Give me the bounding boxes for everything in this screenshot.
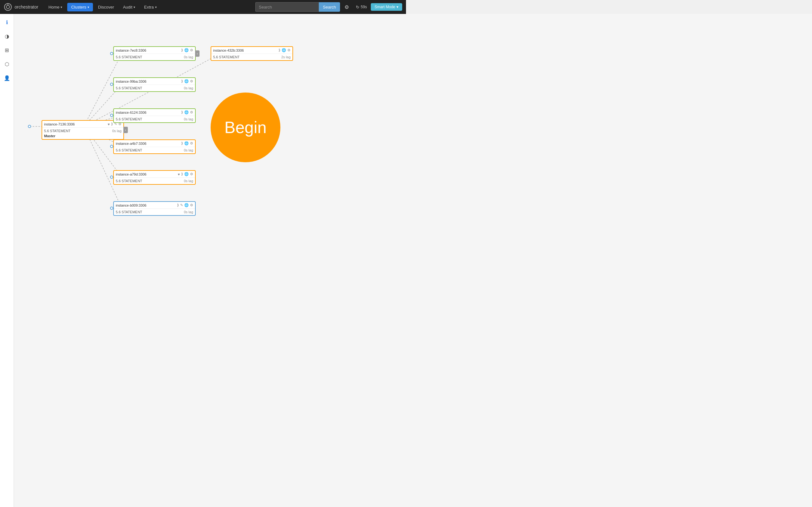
sidebar-user-icon[interactable]: 👤 xyxy=(3,73,11,82)
r432b-version: 5.6 STATEMENT xyxy=(213,55,240,59)
replica-b009-body: 5.6 STATEMENT 0s lag xyxy=(114,209,195,215)
replica-a79d-icons: ♥ ⟫ 🌐 ⚙ xyxy=(177,172,193,176)
r7ec8-collapse-arrow[interactable]: ‹ xyxy=(195,50,200,57)
refresh-time: 59s xyxy=(361,5,367,9)
master-collapse-arrow[interactable]: ‹ xyxy=(123,127,128,133)
begin-label: Begin xyxy=(224,118,267,137)
conn-dot-r7 xyxy=(110,207,113,210)
replica-node-432b: instance-432b:3306 ⟫ 🌐 ⚙ 5.6 STATEMENT 2… xyxy=(211,46,293,61)
ra4b7-skip-icon[interactable]: ⟫ xyxy=(181,141,183,146)
home-caret-icon: ▾ xyxy=(61,5,62,9)
replica-7ec8-body: 5.6 STATEMENT 0s lag xyxy=(114,54,195,60)
r99ba-gear-icon[interactable]: ⚙ xyxy=(190,79,193,83)
replica-99ba-icons: ⟫ 🌐 ⚙ xyxy=(181,79,193,83)
r432b-skip-icon[interactable]: ⟫ xyxy=(278,48,281,52)
nav-audit[interactable]: Audit ▾ xyxy=(119,3,139,11)
ra79d-globe-icon[interactable]: 🌐 xyxy=(184,172,189,176)
replica-7ec8-title: instance-7ec8:3306 xyxy=(116,49,146,52)
replica-node-99ba: instance-99ba:3306 ⟫ 🌐 ⚙ 5.6 STATEMENT 0… xyxy=(113,77,196,92)
svg-point-1 xyxy=(6,5,9,9)
rb009-edit-icon[interactable]: ✎ xyxy=(180,203,183,207)
conn-dot-r4 xyxy=(110,114,113,117)
refresh-icon: ↻ xyxy=(356,5,359,9)
master-node-header: instance-7136:3306 ♥ ⟫ ✎ ⚙ xyxy=(42,121,123,128)
r432b-globe-icon[interactable]: 🌐 xyxy=(282,48,286,52)
replica-6124-body: 5.6 STATEMENT 0s lag xyxy=(114,116,195,122)
rb009-skip-icon[interactable]: ⟫ xyxy=(177,203,179,207)
sidebar-drop-icon[interactable]: ⬡ xyxy=(3,60,11,68)
r99ba-skip-icon[interactable]: ⟫ xyxy=(181,79,183,83)
r7ec8-lag: 0s lag xyxy=(184,55,193,59)
extra-caret-icon: ▾ xyxy=(155,5,157,9)
replica-99ba-body: 5.6 STATEMENT 0s lag xyxy=(114,85,195,91)
replica-node-6124: instance-6124:3306 ⟫ 🌐 ⚙ 5.6 STATEMENT 0… xyxy=(113,108,196,123)
master-skip-icon[interactable]: ⟫ xyxy=(111,122,113,126)
ra79d-skip-icon[interactable]: ⟫ xyxy=(181,172,183,176)
replica-a79d-header: instance-a79d:3306 ♥ ⟫ 🌐 ⚙ xyxy=(114,171,195,178)
refresh-badge: ↻ 59s xyxy=(353,3,369,11)
replica-432b-header: instance-432b:3306 ⟫ 🌐 ⚙ xyxy=(211,47,293,54)
search-button[interactable]: Search xyxy=(319,2,340,12)
replica-node-a4b7: instance-a4b7:3306 ⟫ 🌐 ⚙ 5.6 STATEMENT 0… xyxy=(113,139,196,154)
search-input[interactable] xyxy=(255,2,319,12)
replica-a4b7-title: instance-a4b7:3306 xyxy=(116,142,147,146)
master-lag: 0s lag xyxy=(112,129,121,133)
replica-a4b7-header: instance-a4b7:3306 ⟫ 🌐 ⚙ xyxy=(114,140,195,147)
nav-clusters[interactable]: Clusters ▾ xyxy=(67,3,93,11)
smart-mode-button[interactable]: Smart Mode ▾ xyxy=(371,3,402,11)
replica-b009-header: instance-b009:3306 ⟫ ✎ 🌐 ⚙ xyxy=(114,202,195,209)
ra4b7-version: 5.6 STATEMENT xyxy=(116,148,142,152)
r6124-version: 5.6 STATEMENT xyxy=(116,117,142,121)
replica-6124-header: instance-6124:3306 ⟫ 🌐 ⚙ xyxy=(114,109,195,116)
replica-7ec8-icons: ⟫ 🌐 ⚙ xyxy=(181,48,193,52)
r6124-skip-icon[interactable]: ⟫ xyxy=(181,110,183,114)
nav-extra[interactable]: Extra ▾ xyxy=(140,3,160,11)
master-node-body: 5.6 STATEMENT 0s lag xyxy=(42,128,123,134)
replica-432b-body: 5.6 STATEMENT 2s lag xyxy=(211,54,293,60)
search-container: Search xyxy=(255,2,340,12)
nav-discover[interactable]: Discover xyxy=(94,3,118,11)
r99ba-globe-icon[interactable]: 🌐 xyxy=(184,79,189,83)
sidebar-grid-icon[interactable]: ⊞ xyxy=(3,46,11,55)
conn-dot-r5 xyxy=(110,145,113,148)
smart-mode-caret-icon: ▾ xyxy=(397,5,398,9)
ra79d-lag: 0s lag xyxy=(184,179,193,183)
r7ec8-version: 5.6 STATEMENT xyxy=(116,55,142,59)
navbar: orchestrator Home ▾ Clusters ▾ Discover … xyxy=(0,0,406,14)
brand-name: orchestrator xyxy=(14,4,38,9)
audit-caret-icon: ▾ xyxy=(134,5,135,9)
sidebar-contrast-icon[interactable]: ◑ xyxy=(3,32,11,41)
rb009-version: 5.6 STATEMENT xyxy=(116,210,142,214)
r6124-globe-icon[interactable]: 🌐 xyxy=(184,110,189,114)
r7ec8-gear-icon[interactable]: ⚙ xyxy=(190,48,193,52)
master-role-label: Master xyxy=(42,134,123,139)
settings-icon[interactable]: ⚙ xyxy=(341,2,352,12)
r6124-gear-icon[interactable]: ⚙ xyxy=(190,110,193,114)
ra4b7-gear-icon[interactable]: ⚙ xyxy=(190,141,193,146)
topology-canvas: instance-7136:3306 ♥ ⟫ ✎ ⚙ 5.6 STATEMENT… xyxy=(14,14,406,253)
r6124-lag: 0s lag xyxy=(184,117,193,121)
r7ec8-skip-icon[interactable]: ⟫ xyxy=(181,48,183,52)
replica-432b-title: instance-432b:3306 xyxy=(213,49,244,52)
master-node-title: instance-7136:3306 xyxy=(44,122,75,126)
ra79d-heart-icon[interactable]: ♥ xyxy=(177,172,180,176)
ra4b7-lag: 0s lag xyxy=(184,148,193,152)
ra4b7-globe-icon[interactable]: 🌐 xyxy=(184,141,189,146)
sidebar-info-icon[interactable]: ℹ xyxy=(3,18,11,26)
master-heart-icon[interactable]: ♥ xyxy=(107,122,110,126)
replica-7ec8-header: instance-7ec8:3306 ⟫ 🌐 ⚙ xyxy=(114,47,195,54)
ra79d-gear-icon[interactable]: ⚙ xyxy=(190,172,193,176)
sidebar: ℹ ◑ ⊞ ⬡ 👤 xyxy=(0,14,14,253)
conn-dot-master-left xyxy=(28,125,31,128)
master-version: 5.6 STATEMENT xyxy=(44,129,70,133)
conn-dot-r1 xyxy=(110,52,113,55)
replica-b009-title: instance-b009:3306 xyxy=(116,204,147,207)
rb009-gear-icon[interactable]: ⚙ xyxy=(190,203,193,207)
replica-node-7ec8: instance-7ec8:3306 ⟫ 🌐 ⚙ 5.6 STATEMENT 0… xyxy=(113,46,196,61)
rb009-globe-icon[interactable]: 🌐 xyxy=(184,203,189,207)
conn-dot-r6 xyxy=(110,176,113,179)
begin-button[interactable]: Begin xyxy=(211,93,281,162)
r432b-gear-icon[interactable]: ⚙ xyxy=(287,48,291,52)
r7ec8-globe-icon[interactable]: 🌐 xyxy=(184,48,189,52)
nav-home[interactable]: Home ▾ xyxy=(45,3,66,11)
